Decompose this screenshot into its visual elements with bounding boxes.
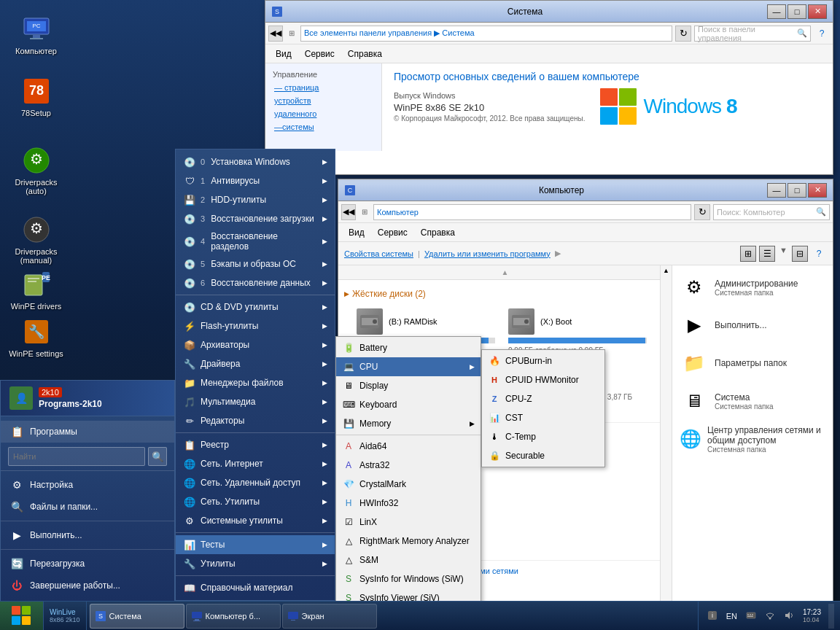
computer-menu-help[interactable]: Справка	[415, 225, 461, 240]
prog-install-windows[interactable]: 💿 0 Установка Windows	[176, 152, 335, 171]
prog-utilities[interactable]: 🔧 Утилиты	[176, 554, 335, 573]
view-pane-button[interactable]: ⊟	[792, 246, 808, 262]
system-search-box[interactable]: Поиск в панели управления 🔍	[694, 26, 811, 42]
start-shutdown-item[interactable]: ⏻ Завершение работы...	[1, 575, 174, 596]
folder-options-item[interactable]: 📁 Параметры папок	[672, 344, 833, 382]
taskbar-sistema[interactable]: S Система	[90, 604, 184, 629]
test-sm[interactable]: △ S&M	[336, 551, 481, 569]
computer-search-box[interactable]: Поиск: Компьютер 🔍	[713, 204, 830, 220]
tray-keyboard[interactable]	[743, 609, 759, 623]
system-minimize-button[interactable]: —	[767, 4, 786, 19]
view-list-button[interactable]: ☰	[759, 246, 775, 262]
test-aida64[interactable]: A Aida64	[336, 437, 481, 456]
system-item-right[interactable]: 🖥 Система Системная папка	[672, 382, 833, 420]
start-programs-item[interactable]: 📋 Программы	[1, 421, 174, 443]
computer-address-field[interactable]: Компьютер	[373, 204, 691, 220]
prog-backups[interactable]: 💿 5 Бэкапы и образы ОС	[176, 254, 335, 273]
desktop-icon-78setup[interactable]: 78 78Setup	[9, 77, 63, 117]
desktop-icon-winpe-settings[interactable]: 🔧 WinPE settings	[9, 317, 63, 358]
run-item-right[interactable]: ▶ Выполнить...	[672, 306, 833, 344]
test-display[interactable]: 🖥 Display	[336, 376, 481, 395]
test-hwinfo32[interactable]: H HWInfo32	[336, 494, 481, 513]
computer-menu-view[interactable]: Вид	[343, 225, 370, 240]
prog-registry[interactable]: 📋 Реестр	[176, 435, 335, 454]
desktop-icon-winpe-drivers[interactable]: PE WinPE drivers	[9, 270, 63, 311]
prog-tests[interactable]: 📊 Тесты	[176, 535, 335, 554]
prog-cddvd[interactable]: 💿 CD & DVD утилиты	[176, 298, 335, 316]
start-button[interactable]	[0, 602, 44, 631]
search-button[interactable]: 🔍	[148, 447, 167, 466]
system-sidebar-удаленного[interactable]: удаленного	[265, 107, 381, 120]
prog-hdd[interactable]: 💾 2 HDD-утилиты	[176, 190, 335, 209]
prog-flash[interactable]: ⚡ Flash-утилиты	[176, 316, 335, 335]
system-sidebar-link-страница[interactable]: — страница	[265, 81, 381, 94]
securable-item[interactable]: 🔒 Securable	[482, 446, 604, 465]
computer-maximize-button[interactable]: □	[788, 183, 806, 198]
system-close-button[interactable]: ✕	[808, 4, 827, 19]
prog-filemanagers[interactable]: 📁 Менеджеры файлов	[176, 373, 335, 392]
prog-restore-parts[interactable]: 💿 4 Восстановление разделов	[176, 228, 335, 254]
test-memory[interactable]: 💾 Memory ▶	[336, 414, 481, 433]
prog-remote[interactable]: 🌐 Сеть. Удаленный доступ	[176, 473, 335, 492]
tray-language[interactable]: EN	[723, 610, 740, 622]
start-files-item[interactable]: 🔍 Файлы и папки...	[1, 496, 174, 518]
desktop-icon-driverpacks-manual[interactable]: ⚙ Driverpacks (manual)	[9, 215, 63, 265]
test-rightmark[interactable]: △ RightMark Memory Analyzer	[336, 532, 481, 551]
test-linx[interactable]: ☑ LinX	[336, 513, 481, 532]
tray-network[interactable]	[762, 609, 778, 623]
prog-restore-boot[interactable]: 💿 3 Восстановление загрузки	[176, 209, 335, 228]
test-battery[interactable]: 🔋 Battery	[336, 338, 481, 357]
network-center-item[interactable]: 🌐 Центр управления сетями и общим доступ…	[672, 420, 833, 458]
ctemp-item[interactable]: 🌡 C-Temp	[482, 427, 604, 446]
test-keyboard[interactable]: ⌨ Keyboard	[336, 395, 481, 414]
computer-refresh-button[interactable]: ↻	[694, 204, 710, 220]
computer-close-button[interactable]: ✕	[808, 183, 827, 198]
prog-recover-data[interactable]: 💿 6 Восстановление данных	[176, 273, 335, 292]
prog-multimedia[interactable]: 🎵 Мультимедиа	[176, 392, 335, 411]
start-restart-item[interactable]: 🔄 Перезагрузка	[1, 553, 174, 575]
system-sidebar-устройств[interactable]: устройств	[265, 94, 381, 107]
system-menu-view[interactable]: Вид	[270, 47, 298, 61]
system-back-button[interactable]: ◀◀	[268, 26, 283, 42]
computer-back-button[interactable]: ◀◀	[341, 204, 356, 220]
scroll-up-btn[interactable]: ▲	[663, 265, 669, 276]
test-cpu[interactable]: 💻 CPU ▶	[336, 357, 481, 376]
start-run-item[interactable]: ▶ Выполнить...	[1, 524, 174, 546]
desktop-icon-computer[interactable]: PC Компьютер	[9, 15, 63, 55]
test-crystalmark[interactable]: 💎 CrystalMark	[336, 475, 481, 494]
cst-item[interactable]: 📊 CST	[482, 408, 604, 427]
remove-program-link[interactable]: Удалить или изменить программу	[424, 249, 551, 258]
test-sysinfo-windows[interactable]: S SysInfo for Windows (SiW)	[336, 569, 481, 588]
cpuz-item[interactable]: Z CPU-Z	[482, 389, 604, 408]
system-menu-help[interactable]: Справка	[342, 47, 388, 61]
taskbar-screen[interactable]: Экран	[282, 604, 377, 629]
system-maximize-button[interactable]: □	[788, 4, 806, 19]
prog-netutils[interactable]: 🌐 Сеть. Утилиты	[176, 492, 335, 511]
desktop-icon-driverpacks-auto[interactable]: ⚙ Driverpacks (auto)	[9, 146, 63, 195]
prog-editors[interactable]: ✏ Редакторы	[176, 411, 335, 430]
tray-volume[interactable]	[781, 609, 797, 623]
system-address-field[interactable]: Все элементы панели управления ▶ Система	[300, 26, 672, 42]
search-input[interactable]	[8, 447, 145, 466]
system-titlebar[interactable]: S Система — □ ✕	[265, 1, 833, 23]
prog-antivirus[interactable]: 🛡 1 Антивирусы	[176, 171, 335, 190]
tray-notifications[interactable]: i	[704, 609, 720, 623]
prog-internet[interactable]: 🌐 Сеть. Интернет	[176, 454, 335, 473]
tray-time[interactable]: 17:23 10.04	[800, 608, 824, 623]
computer-minimize-button[interactable]: —	[767, 183, 786, 198]
system-sidebar-системы[interactable]: —системы	[265, 120, 381, 133]
prog-reference[interactable]: 📖 Справочный материал	[176, 578, 335, 597]
computer-titlebar[interactable]: C Компьютер — □ ✕	[338, 179, 833, 201]
taskbar-computer[interactable]: Компьютер б...	[186, 604, 281, 629]
prog-sysutils[interactable]: ⚙ Системные утилиты	[176, 511, 335, 530]
computer-menu-service[interactable]: Сервис	[372, 225, 413, 240]
view-icons-button[interactable]: ⊞	[740, 246, 756, 262]
system-help-button[interactable]: ?	[814, 26, 830, 42]
system-properties-link[interactable]: Свойства системы	[344, 249, 413, 258]
hard-drives-section-title[interactable]: Жёсткие диски (2)	[344, 286, 666, 302]
cpuid-hwmonitor-item[interactable]: H CPUID HWMonitor	[482, 370, 604, 389]
test-astra32[interactable]: A Astra32	[336, 456, 481, 475]
system-menu-service[interactable]: Сервис	[299, 47, 341, 61]
tray-show-desktop[interactable]	[828, 604, 834, 629]
start-settings-item[interactable]: ⚙ Настройка	[1, 474, 174, 496]
